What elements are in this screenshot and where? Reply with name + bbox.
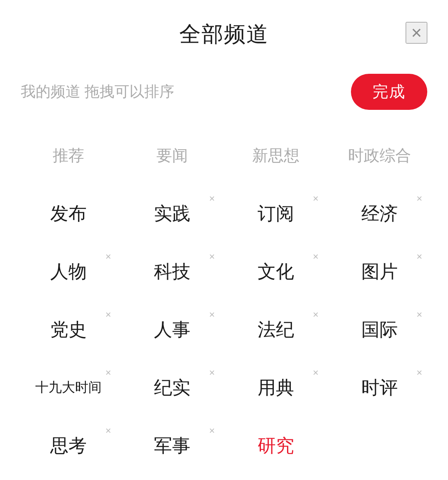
channel-item[interactable]: ×文化 (224, 242, 328, 301)
channel-item[interactable]: ×法纪 (224, 301, 328, 359)
channel-item[interactable]: ×纪实 (120, 359, 224, 417)
channel-item[interactable]: ×实践 (120, 184, 224, 242)
channel-name: 用典 (258, 376, 294, 400)
channel-name: 科技 (154, 259, 190, 284)
channel-name: 发布 (50, 201, 87, 226)
channel-item[interactable]: 时政综合 (328, 126, 431, 184)
remove-channel-icon[interactable]: × (209, 426, 215, 436)
channel-item[interactable]: ×用典 (224, 359, 328, 417)
channel-name: 经济 (361, 201, 398, 226)
channel-item[interactable]: ×图片 (328, 242, 431, 301)
channel-name: 新思想 (252, 145, 299, 166)
channel-name: 时政综合 (348, 145, 411, 166)
remove-channel-icon[interactable]: × (416, 368, 422, 378)
channel-name: 纪实 (154, 376, 190, 400)
channel-item[interactable]: ×订阅 (224, 184, 328, 242)
channel-name: 时评 (361, 376, 398, 400)
channel-name: 思考 (50, 434, 87, 458)
channel-name: 订阅 (258, 201, 294, 226)
channels-grid: 推荐要闻新思想时政综合发布×实践×订阅×经济×人物×科技×文化×图片×党史×人事… (17, 122, 431, 479)
remove-channel-icon[interactable]: × (416, 194, 422, 204)
remove-channel-icon[interactable]: × (209, 194, 215, 204)
my-channels-label: 我的频道 拖拽可以排序 (21, 82, 174, 102)
channel-name: 党史 (50, 318, 87, 342)
channel-item[interactable]: 发布 (17, 184, 120, 242)
channel-name: 十九大时间 (35, 378, 102, 397)
channel-item[interactable]: ×军事 (120, 417, 224, 475)
close-button[interactable]: × (406, 22, 427, 44)
page-container: 全部频道 × 我的频道 拖拽可以排序 完成 推荐要闻新思想时政综合发布×实践×订… (0, 0, 448, 480)
remove-channel-icon[interactable]: × (105, 310, 111, 320)
channel-name: 研究 (258, 434, 294, 458)
channel-name: 军事 (154, 434, 190, 458)
header: 全部频道 × (17, 0, 431, 65)
channel-name: 图片 (361, 259, 398, 284)
channel-item[interactable]: ×思考 (17, 417, 120, 475)
channel-name: 文化 (258, 259, 294, 284)
remove-channel-icon[interactable]: × (416, 310, 422, 320)
page-title: 全部频道 (179, 20, 269, 49)
remove-channel-icon[interactable]: × (209, 368, 215, 378)
remove-channel-icon[interactable]: × (313, 194, 319, 204)
channel-item[interactable]: ×人物 (17, 242, 120, 301)
channel-name: 推荐 (53, 145, 84, 166)
remove-channel-icon[interactable]: × (105, 252, 111, 262)
remove-channel-icon[interactable]: × (209, 252, 215, 262)
channel-item[interactable]: 推荐 (17, 126, 120, 184)
remove-channel-icon[interactable]: × (105, 426, 111, 436)
channel-name: 人事 (154, 318, 190, 342)
channel-item[interactable]: 要闻 (120, 126, 224, 184)
channel-name: 要闻 (156, 145, 188, 166)
channel-item[interactable]: ×国际 (328, 301, 431, 359)
channel-name: 国际 (361, 318, 398, 342)
remove-channel-icon[interactable]: × (313, 368, 319, 378)
remove-channel-icon[interactable]: × (313, 310, 319, 320)
channel-item[interactable]: ×时评 (328, 359, 431, 417)
done-button[interactable]: 完成 (351, 74, 427, 110)
channel-item[interactable]: 研究 (224, 417, 328, 475)
channel-item[interactable]: ×十九大时间 (17, 359, 120, 417)
section-header: 我的频道 拖拽可以排序 完成 (17, 65, 431, 122)
channel-item[interactable] (328, 417, 431, 475)
channel-item[interactable]: ×科技 (120, 242, 224, 301)
remove-channel-icon[interactable]: × (105, 368, 111, 378)
channel-name: 人物 (50, 259, 87, 284)
channel-item[interactable]: ×党史 (17, 301, 120, 359)
remove-channel-icon[interactable]: × (416, 252, 422, 262)
channel-name: 法纪 (258, 318, 294, 342)
channel-name: 实践 (154, 201, 190, 226)
close-icon: × (411, 24, 422, 42)
channel-item[interactable]: 新思想 (224, 126, 328, 184)
channel-item[interactable]: ×经济 (328, 184, 431, 242)
remove-channel-icon[interactable]: × (209, 310, 215, 320)
remove-channel-icon[interactable]: × (313, 252, 319, 262)
channel-item[interactable]: ×人事 (120, 301, 224, 359)
